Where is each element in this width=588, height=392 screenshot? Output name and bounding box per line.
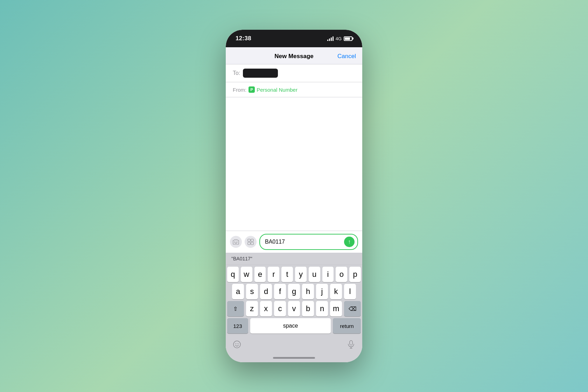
personal-number-icon: P: [248, 86, 255, 93]
svg-rect-0: [248, 239, 250, 241]
send-arrow-icon: ↑: [348, 239, 351, 245]
send-button[interactable]: ↑: [344, 237, 355, 247]
key-g[interactable]: g: [288, 284, 300, 299]
key-q[interactable]: q: [227, 267, 239, 282]
keyboard-row-2: a s d f g h j k l: [226, 282, 362, 299]
key-s[interactable]: s: [246, 284, 258, 299]
key-e[interactable]: e: [254, 267, 266, 282]
shift-key[interactable]: ⇧: [227, 301, 244, 316]
header-title: New Message: [274, 53, 314, 60]
phone-frame: 12:38 4G New Message Cancel To: From: P …: [226, 30, 362, 362]
message-input[interactable]: [265, 239, 344, 245]
key-i[interactable]: i: [322, 267, 334, 282]
home-bar: [273, 357, 315, 359]
cancel-button[interactable]: Cancel: [337, 53, 356, 60]
return-key[interactable]: return: [333, 318, 361, 334]
key-p[interactable]: p: [349, 267, 361, 282]
svg-point-4: [233, 341, 240, 348]
status-bar: 12:38 4G: [226, 30, 362, 47]
message-body[interactable]: [226, 97, 362, 231]
message-header: New Message Cancel: [226, 47, 362, 64]
microphone-button[interactable]: [344, 337, 358, 352]
key-v[interactable]: v: [288, 301, 300, 316]
from-value[interactable]: Personal Number: [257, 87, 298, 93]
key-c[interactable]: c: [274, 301, 286, 316]
svg-point-6: [238, 343, 238, 344]
network-label: 4G: [336, 36, 342, 41]
key-f[interactable]: f: [274, 284, 286, 299]
svg-rect-2: [248, 242, 250, 245]
home-indicator: [226, 355, 362, 362]
input-toolbar: ↑: [226, 231, 362, 253]
keyboard: q w e r t y u i o p a s d f g h j k l ⇧ …: [226, 265, 362, 355]
numbers-key[interactable]: 123: [227, 318, 248, 334]
key-m[interactable]: m: [330, 301, 342, 316]
svg-rect-7: [350, 341, 352, 345]
to-label: To:: [233, 70, 240, 76]
from-label: From:: [233, 87, 246, 93]
key-u[interactable]: u: [309, 267, 320, 282]
key-b[interactable]: b: [302, 301, 314, 316]
key-o[interactable]: o: [336, 267, 347, 282]
camera-button[interactable]: [230, 236, 242, 248]
autocomplete-suggestion[interactable]: "BA0117": [231, 256, 252, 261]
camera-icon: [233, 239, 239, 245]
space-key[interactable]: space: [250, 318, 331, 334]
message-input-wrapper: ↑: [259, 234, 358, 250]
appstore-button[interactable]: [245, 236, 257, 248]
key-l[interactable]: l: [344, 284, 356, 299]
key-a[interactable]: a: [232, 284, 244, 299]
svg-rect-1: [251, 239, 253, 241]
keyboard-row-1: q w e r t y u i o p: [226, 265, 362, 282]
key-h[interactable]: h: [302, 284, 314, 299]
key-x[interactable]: x: [260, 301, 272, 316]
appstore-icon: [247, 239, 254, 245]
status-time: 12:38: [236, 35, 251, 42]
keyboard-row-4: 123 space return: [226, 316, 362, 335]
key-y[interactable]: y: [295, 267, 307, 282]
status-icons: 4G: [327, 36, 352, 41]
svg-rect-3: [251, 242, 253, 245]
key-d[interactable]: d: [260, 284, 272, 299]
delete-key[interactable]: ⌫: [344, 301, 361, 316]
keyboard-bottom-row: [226, 335, 362, 355]
emoji-button[interactable]: [230, 337, 244, 352]
key-w[interactable]: w: [241, 267, 252, 282]
autocomplete-bar: "BA0117": [226, 253, 362, 265]
key-n[interactable]: n: [316, 301, 328, 316]
key-t[interactable]: t: [281, 267, 293, 282]
emoji-icon: [233, 340, 241, 349]
key-k[interactable]: k: [330, 284, 342, 299]
key-j[interactable]: j: [316, 284, 328, 299]
microphone-icon: [348, 340, 355, 349]
key-r[interactable]: r: [268, 267, 279, 282]
signal-bars-icon: [327, 36, 334, 41]
key-z[interactable]: z: [246, 301, 258, 316]
keyboard-row-3: ⇧ z x c v b n m ⌫: [226, 299, 362, 316]
from-field: From: P Personal Number: [226, 82, 362, 97]
svg-point-5: [236, 343, 236, 344]
to-recipient-redacted[interactable]: [243, 69, 278, 78]
to-field: To:: [226, 64, 362, 82]
battery-icon: [344, 36, 352, 41]
